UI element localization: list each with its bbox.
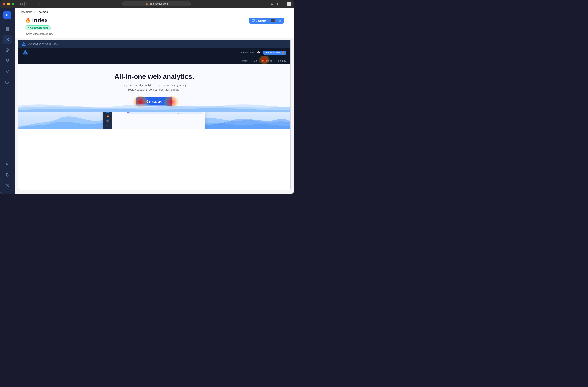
website-logo-icon — [22, 49, 28, 56]
signup-link[interactable]: + Sign up — [276, 59, 286, 62]
titlebar-actions: ↻ ⬆ ＋ ⬜ — [271, 2, 292, 6]
svg-rect-3 — [21, 4, 23, 5]
minimize-button[interactable] — [7, 2, 10, 5]
sidebar-item-events[interactable] — [3, 89, 12, 97]
forward-button[interactable]: › — [37, 1, 42, 7]
status-row: ✓ Collecting data — [25, 25, 249, 30]
sidebar: 6 — [0, 8, 15, 193]
close-button[interactable] — [2, 2, 5, 5]
flame-icon: 🔥 — [25, 18, 30, 23]
website-hero: All-in-one web analytics. Easy and frien… — [18, 64, 290, 112]
chart-area: 1,800 1,400 1,000 600 200 0 — [115, 112, 203, 115]
wave-mountains: 6 ⊞ ◉ ⊙ ⏱ 👥 🔥 🎬 ≡ — [18, 112, 290, 129]
maximize-button[interactable] — [12, 2, 14, 5]
help-link[interactable]: Help — [252, 59, 257, 62]
signin-area: 🔑 Sign in — [261, 59, 272, 63]
website-nav-left — [22, 49, 28, 56]
monitor-icon — [252, 19, 254, 22]
refresh-icon[interactable]: ↻ — [271, 2, 273, 6]
logo-text: 6 — [6, 13, 8, 18]
more-options-button[interactable]: ⋮ — [50, 17, 58, 23]
dash-item-list: ≡ — [105, 124, 111, 128]
svg-rect-7 — [7, 29, 9, 31]
clicks-count: 6 Clicks — [256, 19, 266, 23]
svg-rect-6 — [5, 29, 7, 31]
right-toolbar: 6 Clicks ⬛ ⊞ — [249, 17, 284, 24]
grid-button[interactable]: ⊞ — [277, 18, 284, 24]
toolbar: Heatmaps › Heatmap 🔥 Index ⋮ — [15, 8, 294, 38]
breadcrumb-current: Heatmap — [37, 10, 48, 13]
address-bar: 🔒 66analytics.com — [44, 1, 269, 6]
website-nav-right: Any questions? 💬 Buy 66Analytics 🎉 — [240, 51, 286, 55]
svg-rect-1 — [21, 3, 23, 4]
svg-text:?: ? — [7, 184, 8, 187]
nav-controls: ▾ — [19, 2, 27, 6]
dashboard-preview: 6 ⊞ ◉ ⊙ ⏱ 👥 🔥 🎬 ≡ — [103, 112, 206, 129]
left-toolbar: 🔥 Index ⋮ ✓ Collecting data 66analytics.… — [25, 17, 249, 38]
sidebar-item-sessions[interactable] — [3, 46, 12, 55]
sidebar-item-heatmaps[interactable] — [3, 35, 12, 44]
breadcrumb: Heatmaps › Heatmap — [20, 10, 289, 13]
chart-svg — [115, 112, 203, 115]
pause-button[interactable]: ⬛ — [269, 18, 277, 24]
url-input[interactable]: 🔒 66analytics.com — [123, 1, 191, 6]
hero-subtitle: Easy and friendly analytics. Track your … — [22, 83, 286, 92]
svg-point-12 — [8, 60, 9, 61]
heatmap-topbar: 66Analytics by AltumCode — [18, 40, 290, 48]
site-view: Any questions? 💬 Buy 66Analytics 🎉 Prici… — [18, 48, 290, 190]
svg-point-11 — [6, 59, 7, 61]
sidebar-item-recordings[interactable] — [3, 78, 12, 87]
titlebar: ▾ ‹ › 🔒 66analytics.com ↻ ⬆ ＋ ⬜ — [0, 0, 294, 8]
breadcrumb-heatmaps[interactable]: Heatmaps — [20, 10, 32, 13]
sidebar-logo[interactable]: 6 — [3, 11, 11, 19]
sidebar-icon[interactable]: ⬜ — [287, 2, 292, 6]
subtitle-line2: replay sessions, collect heatmaps & more… — [128, 88, 180, 91]
app-window: ▾ ‹ › 🔒 66analytics.com ↻ ⬆ ＋ ⬜ 6 — [0, 0, 294, 193]
sidebar-item-help[interactable]: ? — [3, 181, 12, 190]
page-header: 🔥 Index ⋮ — [25, 17, 249, 24]
svg-rect-13 — [5, 81, 8, 83]
app-body: 6 — [0, 8, 294, 193]
signin-link[interactable]: 🔑 Sign in — [261, 60, 272, 62]
dashboard-main: example.com 20 December, 2020 - 19 Janua… — [112, 112, 206, 129]
wave-svg — [18, 99, 290, 112]
sidebar-item-sites[interactable] — [3, 170, 12, 179]
sidebar-item-users[interactable] — [3, 56, 12, 65]
pricing-link[interactable]: Pricing — [240, 59, 248, 62]
status-badge: ✓ Collecting data — [25, 25, 51, 30]
subtitle-line1: Easy and friendly analytics. Track your … — [122, 84, 187, 87]
page-title: Index — [32, 17, 48, 24]
sidebar-item-dashboard[interactable] — [3, 24, 12, 33]
page-url: 66analytics.com/demo/ — [25, 32, 249, 35]
heatmap-brand-text: 66Analytics by AltumCode — [28, 43, 58, 46]
any-questions-text: Any questions? 💬 — [240, 51, 260, 54]
svg-rect-24 — [252, 20, 254, 21]
chevron-down-icon: ▾ — [26, 2, 27, 5]
new-tab-icon[interactable]: ＋ — [281, 2, 285, 6]
back-button[interactable]: ‹ — [29, 1, 35, 7]
sidebar-item-profile[interactable] — [3, 160, 12, 169]
svg-rect-5 — [7, 27, 9, 29]
share-icon[interactable]: ⬆ — [276, 2, 279, 6]
buy-button[interactable]: Buy 66Analytics 🎉 — [264, 51, 286, 55]
page-title-area: 🔥 Index — [25, 17, 48, 24]
chart-y-labels: 1,800 1,400 1,000 600 200 0 — [115, 112, 119, 115]
traffic-lights — [2, 2, 14, 5]
hero-title: All-in-one web analytics. — [22, 72, 286, 81]
website-secondary-nav: Pricing Help 🔑 Sign in + Sign up — [18, 57, 290, 64]
check-icon: ✓ — [27, 26, 29, 29]
wave-container — [18, 99, 290, 112]
dash-item-users: 👥 — [105, 112, 111, 113]
sidebar-item-funnels[interactable] — [3, 67, 12, 76]
svg-marker-37 — [127, 112, 203, 114]
svg-rect-0 — [20, 3, 21, 5]
svg-point-9 — [7, 39, 8, 40]
sidebar-toggle-button[interactable] — [19, 2, 24, 6]
svg-point-17 — [7, 163, 8, 164]
analytics-logo-icon — [21, 42, 26, 46]
dashboard-sidebar: 6 ⊞ ◉ ⊙ ⏱ 👥 🔥 🎬 ≡ — [103, 112, 112, 129]
website-nav: Any questions? 💬 Buy 66Analytics 🎉 — [18, 48, 290, 57]
svg-rect-2 — [21, 4, 23, 4]
toolbar-row: 🔥 Index ⋮ ✓ Collecting data 66analytics.… — [20, 15, 289, 38]
status-text: Collecting data — [30, 26, 48, 29]
